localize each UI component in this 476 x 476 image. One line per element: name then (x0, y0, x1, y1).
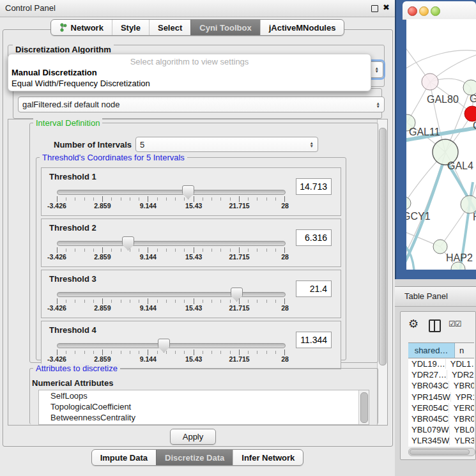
close-traffic-light-icon[interactable] (408, 6, 417, 16)
vertical-scrollbar[interactable] (377, 119, 387, 425)
vertical-scrollbar-thumb[interactable] (379, 128, 387, 365)
list-item[interactable]: SelfLoops (39, 390, 369, 401)
slider-ticks (57, 196, 285, 202)
node-gcy1[interactable] (406, 197, 411, 210)
tab-discretize-data[interactable]: Discretize Data (156, 450, 233, 465)
scale-label: 15.43 (185, 253, 202, 261)
column-header-name[interactable]: n (455, 343, 474, 358)
table-data-combobox[interactable]: galFiltered.sif default node ▲▼ (18, 96, 385, 112)
scale-label: 9.144 (140, 202, 157, 210)
number-of-intervals-label: Number of Intervals (54, 140, 132, 150)
discretization-algorithm-group-title: Discretization Algorithm (13, 45, 114, 54)
scale-label: 9.144 (140, 253, 157, 261)
threshold-2-panel: Threshold 2 -3.426 2.859 9.144 15.43 21.… (41, 219, 341, 267)
node-label-hap2: HAP2 (446, 252, 473, 263)
numerical-attributes-label: Numerical Attributes (32, 378, 113, 388)
float-window-icon[interactable] (371, 5, 378, 12)
node-label-partial-right-low: H (473, 211, 476, 222)
table-row[interactable]: YBL079W YBL0… (408, 424, 474, 435)
node-right-low[interactable] (461, 196, 476, 213)
threshold-2-label: Threshold 2 (49, 223, 96, 233)
column-header-shared-name[interactable]: shared… (408, 343, 455, 358)
cell-shared-name: YDR27… (408, 370, 447, 380)
tab-style[interactable]: Style (112, 20, 149, 35)
threshold-4-value-input[interactable] (296, 332, 332, 348)
scale-label: 28 (281, 253, 289, 261)
table-row[interactable]: YDL19… YDL1… (408, 358, 474, 369)
select-columns-checkbox-icons[interactable]: ☑☑ (449, 319, 461, 328)
table-row[interactable]: YBR043C YBR0… (408, 380, 474, 391)
column-layout-icon[interactable] (429, 319, 441, 332)
cell-name: YLR3… (449, 436, 474, 445)
gear-icon[interactable]: ⚙ (408, 317, 418, 331)
list-scrollbar-thumb[interactable] (360, 392, 368, 423)
node-attribute-table[interactable]: shared… n YDL19… YDL1… YDR27… YDR2… YBR0… (408, 342, 474, 447)
tab-network-label: Network (71, 23, 104, 33)
threshold-3-slider-track[interactable] (57, 292, 286, 297)
popup-option-equal-width-frequency[interactable]: Equal Width/Frequency Discretization (12, 79, 150, 88)
tab-cyni-toolbox[interactable]: Cyni Toolbox (190, 20, 259, 35)
horizontal-scrollbar-thumb[interactable] (410, 449, 470, 455)
tab-impute-data[interactable]: Impute Data (92, 450, 156, 465)
apply-button[interactable]: Apply (170, 429, 216, 445)
slider-scale: -3.426 2.859 9.144 15.43 21.715 28 (57, 355, 285, 364)
cell-name: YBR0… (449, 414, 474, 424)
tab-jactivemnodules[interactable]: jActiveMNodules (260, 20, 344, 35)
scale-label: -3.426 (47, 304, 66, 312)
network-view-canvas[interactable]: GAL80 G C GAL11 GAL4 GCY1 H HAP2 (406, 19, 476, 270)
network-window-titlebar[interactable] (403, 1, 476, 20)
table-row[interactable]: YER054C YER0… (408, 403, 474, 413)
scale-label: 2.859 (94, 202, 111, 210)
apply-button-label: Apply (183, 432, 204, 441)
table-row[interactable]: YDR27… YDR2… (408, 369, 474, 380)
table-row[interactable]: YIL052C YIL0… (408, 447, 474, 447)
tab-style-label: Style (121, 23, 141, 33)
cell-name: YBL0… (449, 425, 474, 434)
threshold-3-value-input[interactable] (296, 280, 332, 297)
popup-option-manual-discretization[interactable]: Manual Discretization (12, 68, 97, 77)
threshold-4-label: Threshold 4 (49, 325, 96, 335)
control-panel: Control Panel ✖ Network Style Select (0, 0, 395, 476)
table-data-combobox-value: galFiltered.sif default node (22, 100, 372, 109)
node-label-partial-right-top: G (470, 93, 476, 104)
scale-label: 21.715 (229, 253, 250, 261)
threshold-1-value-input[interactable] (296, 178, 332, 195)
table-row[interactable]: YBR045C YBR0… (408, 413, 474, 424)
slider-scale: -3.426 2.859 9.144 15.43 21.715 28 (57, 202, 285, 210)
table-row[interactable]: YLR345W YLR3… (408, 435, 474, 446)
tab-select[interactable]: Select (149, 20, 190, 35)
cell-shared-name: YDL19… (408, 359, 445, 369)
tab-discretize-data-label: Discretize Data (165, 453, 224, 463)
tab-infer-network-label: Infer Network (242, 453, 295, 463)
threshold-3-label: Threshold 3 (49, 274, 96, 284)
table-row[interactable]: YPR145W YPR1… (408, 392, 474, 403)
slider-ticks (57, 298, 285, 304)
threshold-2-value-input[interactable] (296, 229, 332, 246)
close-icon[interactable]: ✖ (383, 3, 390, 12)
cell-name: YDR2… (447, 370, 474, 380)
node-label-partial-right-mid: C (473, 120, 476, 131)
number-of-intervals-combobox[interactable]: 5 ▲▼ (135, 137, 318, 152)
threshold-4-slider-track[interactable] (57, 343, 286, 348)
list-item[interactable]: BetweennessCentrality (39, 412, 369, 423)
list-scrollbar[interactable] (358, 390, 369, 424)
threshold-1-slider-track[interactable] (57, 190, 286, 195)
scale-label: -3.426 (47, 253, 66, 261)
threshold-2-slider-track[interactable] (57, 241, 286, 246)
control-panel-titlebar: Control Panel ✖ (0, 0, 395, 17)
scale-label: 2.859 (94, 355, 111, 363)
list-item[interactable]: TopologicalCoefficient (39, 401, 369, 412)
node-gal80[interactable] (422, 73, 438, 90)
combo-stepper-icon: ▲▼ (372, 102, 380, 108)
tab-infer-network[interactable]: Infer Network (233, 450, 303, 465)
cell-shared-name: YBL079W (408, 425, 449, 434)
minimize-traffic-light-icon[interactable] (419, 6, 429, 16)
zoom-traffic-light-icon[interactable] (431, 6, 440, 16)
horizontal-scrollbar[interactable] (408, 448, 475, 456)
scale-label: 15.43 (185, 202, 202, 210)
tab-network[interactable]: Network (51, 20, 112, 35)
node-hap2[interactable] (433, 240, 447, 254)
bottom-tabs: Impute Data Discretize Data Infer Networ… (91, 449, 304, 466)
right-region: GAL80 G C GAL11 GAL4 GCY1 H HAP2 Table P… (395, 0, 476, 476)
numerical-attributes-list[interactable]: SelfLoops TopologicalCoefficient Between… (38, 390, 369, 425)
